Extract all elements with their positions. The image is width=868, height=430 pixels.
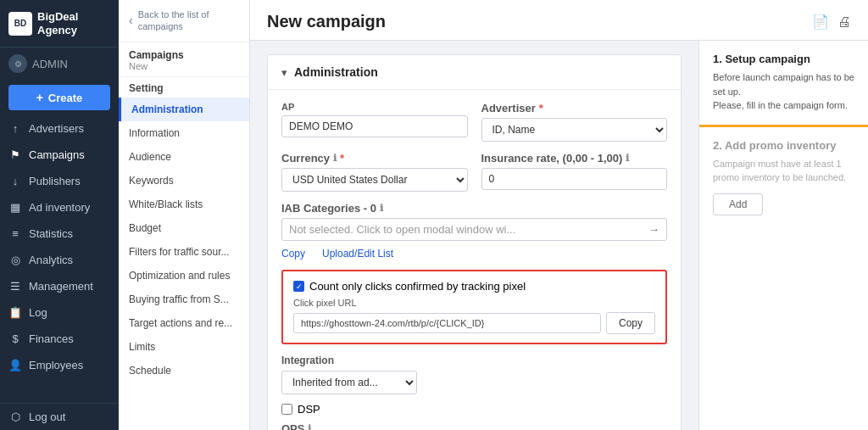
iab-select-box[interactable]: Not selected. Click to open modal window… [281,218,667,241]
currency-info-icon: ℹ [333,153,337,164]
required-mark2: * [340,152,344,165]
qps-label: QPS ℹ [281,422,667,430]
sidebar-item-label: Ad inventory [29,201,90,214]
sidebar-item-label: Campaigns [29,148,85,161]
sidebar-item-log[interactable]: 📋 Log [0,299,119,326]
second-panel: ‹ Back to the list of campaigns Campaign… [119,0,250,430]
sidebar-item-ad-inventory[interactable]: ▦ Ad inventory [0,194,119,221]
administration-body: AP Advertiser * ID, Name [268,90,681,430]
admin-row: ⚙ ADMIN [0,47,119,80]
click-pixel-url-label: Click pixel URL [293,298,655,308]
sidebar-bottom: ⬡ Log out [0,403,119,430]
new-label: New [119,61,249,76]
breadcrumb[interactable]: ‹ Back to the list of campaigns [119,0,249,42]
step2-text: Campaign must have at least 1 promo inve… [713,157,854,185]
insurance-label: Insurance rate, (0,00 - 1,00) ℹ [481,152,668,165]
copy-pixel-button[interactable]: Copy [606,312,655,334]
iab-placeholder: Not selected. Click to open modal window… [289,223,515,236]
sidebar-item-label: Log [29,306,47,319]
menu-white-black-lists[interactable]: White/Black lists [119,193,249,216]
iab-info-icon: ℹ [380,203,383,214]
sidebar-item-campaigns[interactable]: ⚑ Campaigns [0,142,119,168]
menu-keywords[interactable]: Keywords [119,169,249,193]
add-button[interactable]: Add [713,193,763,215]
sidebar-item-label: Management [29,280,93,293]
ap-input[interactable] [281,115,468,137]
right-panel: 1. Setup campaign Before launch campaign… [698,41,868,430]
page-title: New campaign [267,12,386,31]
insurance-input[interactable] [481,168,668,190]
logo-icon: BD [8,12,32,36]
iab-label: IAB Categories - 0 ℹ [281,202,667,215]
upload-edit-link[interactable]: Upload/Edit List [322,248,393,260]
menu-buying-traffic[interactable]: Buying traffic from S... [119,288,249,311]
menu-schedule[interactable]: Schedule [119,359,249,383]
ap-group: AP [281,102,468,142]
menu-budget[interactable]: Budget [119,216,249,240]
sidebar-item-management[interactable]: ☰ Management [0,273,119,299]
insurance-info-icon: ℹ [626,153,629,164]
step1-title: 1. Setup campaign [713,53,854,65]
currency-group: Currency ℹ * USD United States Dollar [281,152,468,192]
logo-area: BD BigDeal Agency [0,0,119,47]
sidebar-item-finances[interactable]: $ Finances [0,326,119,352]
sidebar: BD BigDeal Agency ⚙ ADMIN Create ↑ Adver… [0,0,119,430]
sidebar-item-publishers[interactable]: ↓ Publishers [0,168,119,194]
sidebar-item-label: Analytics [29,254,73,266]
qps-group: QPS ℹ [281,422,667,430]
menu-optimization[interactable]: Optimization and rules [119,264,249,288]
dsp-label: DSP [298,403,320,416]
administration-section-header[interactable]: ▾ Administration [268,55,681,90]
pixel-url-input[interactable] [293,313,601,333]
plus-icon [36,91,43,104]
create-button[interactable]: Create [8,85,110,110]
sidebar-item-employees[interactable]: 👤 Employees [0,352,119,378]
chevron-left-icon: ‹ [129,14,133,27]
print-icon-button[interactable]: 🖨 [837,14,851,30]
ad-inventory-icon: ▦ [8,201,22,214]
campaigns-icon: ⚑ [8,148,22,161]
tracking-pixel-box: Count only clicks confirmed by tracking … [281,270,667,344]
setting-label: Setting [119,76,249,98]
integration-select[interactable]: Inherited from ad... [281,371,417,394]
menu-administration[interactable]: Administration [119,98,249,121]
menu-target-actions[interactable]: Target actions and re... [119,311,249,335]
analytics-icon: ◎ [8,254,22,266]
form-area: ▾ Administration AP Advertiser * [250,41,698,430]
statistics-icon: ≡ [8,227,22,240]
menu-limits[interactable]: Limits [119,335,249,359]
admin-label: ADMIN [32,58,68,70]
document-icon-button[interactable]: 📄 [812,14,829,30]
management-icon: ☰ [8,280,22,293]
menu-filters-traffic[interactable]: Filters for traffic sour... [119,240,249,264]
administration-title: Administration [294,65,378,79]
currency-select[interactable]: USD United States Dollar [281,168,468,192]
sidebar-item-label: Finances [29,332,74,345]
sidebar-item-analytics[interactable]: ◎ Analytics [0,247,119,273]
sidebar-item-statistics[interactable]: ≡ Statistics [0,221,119,247]
logout-item[interactable]: ⬡ Log out [0,404,119,430]
ap-label: AP [281,102,468,112]
logout-label: Log out [29,410,65,423]
publishers-icon: ↓ [8,175,22,187]
dsp-checkbox[interactable] [281,404,292,415]
menu-information[interactable]: Information [119,121,249,145]
step1-text: Before launch campaign has to be set up.… [713,70,854,113]
menu-audience[interactable]: Audience [119,145,249,169]
sidebar-item-advertisers[interactable]: ↑ Advertisers [0,115,119,142]
currency-label: Currency ℹ * [281,152,468,165]
copy-link[interactable]: Copy [281,248,305,260]
ap-advertiser-row: AP Advertiser * ID, Name [281,102,667,142]
campaigns-label: Campaigns [119,42,249,61]
iab-row: IAB Categories - 0 ℹ Not selected. Click… [281,202,667,241]
step2-box: 2. Add promo inventory Campaign must hav… [699,127,868,227]
main-header: New campaign 📄 🖨 [250,0,868,41]
main-content: New campaign 📄 🖨 ▾ Administration AP [250,0,868,430]
advertiser-select[interactable]: ID, Name [481,118,668,142]
log-icon: 📋 [8,306,22,319]
checkbox-label: Count only clicks confirmed by tracking … [309,280,526,293]
tracking-pixel-checkbox[interactable] [293,281,304,292]
advertisers-icon: ↑ [8,122,22,135]
required-mark: * [539,102,543,114]
step2-title: 2. Add promo inventory [713,139,854,152]
